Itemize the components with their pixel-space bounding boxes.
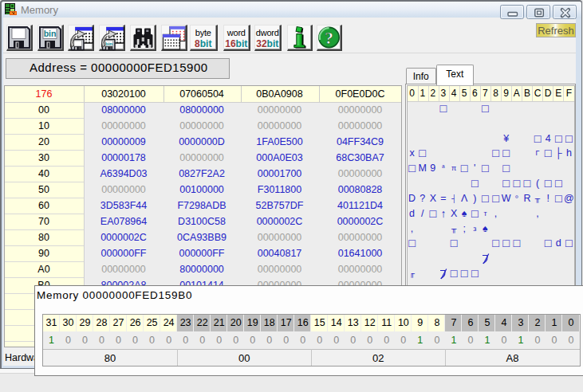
svg-text:?: ?	[325, 28, 333, 48]
svg-text:bin: bin	[105, 41, 112, 45]
svg-text:bin: bin	[43, 28, 56, 37]
